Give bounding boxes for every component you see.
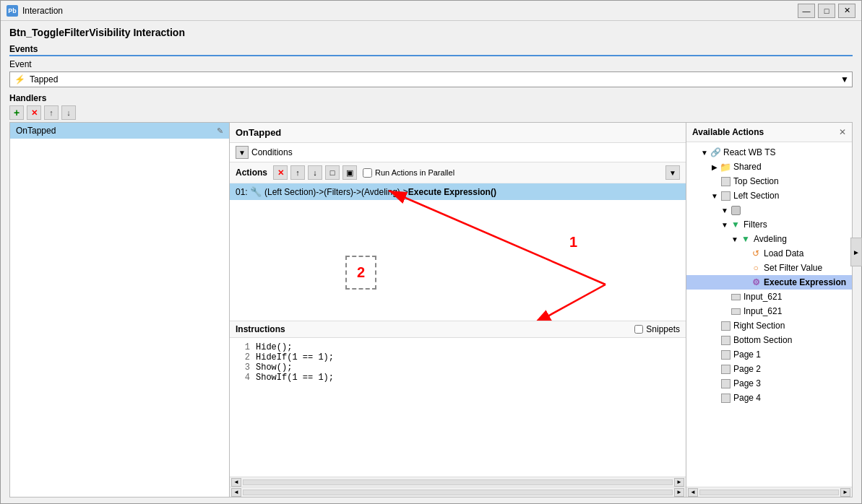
tree-item[interactable]: Input_621: [686, 304, 852, 318]
handlers-label: Handlers: [9, 93, 853, 103]
tree-item[interactable]: Input_621: [686, 290, 852, 304]
paste-action-button[interactable]: ▣: [342, 165, 357, 180]
tree-expand-icon[interactable]: [710, 335, 720, 345]
add-handler-button[interactable]: +: [9, 105, 24, 120]
code-line: 4ShowIf(1 == 1);: [236, 373, 680, 383]
tree-node-icon: 🔗: [710, 147, 721, 158]
close-available-actions-button[interactable]: ✕: [839, 127, 846, 137]
collapse-panel-button[interactable]: ►: [850, 238, 853, 266]
tree-item[interactable]: ▼▼Avdeling: [686, 232, 852, 246]
actions-horizontal-scrollbar: ◄ ►: [230, 487, 686, 497]
tree-item[interactable]: ▼▼Filters: [686, 217, 852, 232]
instructions-horizontal-scrollbar: ◄ ►: [230, 477, 686, 487]
instructions-section: Instructions Snippets 1Hide();2HideIf(1 …: [230, 321, 686, 487]
tree-expand-icon[interactable]: [710, 378, 720, 388]
line-number: 4: [236, 373, 250, 383]
tree-expand-icon[interactable]: [720, 306, 730, 316]
move-up-button[interactable]: ↑: [44, 105, 59, 120]
tree-scroll-right-button[interactable]: ►: [840, 488, 850, 497]
action-item-execute[interactable]: 🔧 (Left Section)->(Filters)->(Avdeling)-…: [230, 183, 686, 200]
tree-item[interactable]: Bottom Section: [686, 333, 852, 347]
actions-scroll-button[interactable]: ▼: [665, 165, 680, 180]
run-parallel-label: Run Actions in Parallel: [375, 168, 454, 177]
line-content: Show();: [256, 362, 292, 373]
tree-node-icon: [720, 363, 731, 375]
tree-expand-icon[interactable]: ▼: [699, 147, 710, 157]
available-actions-label: Available Actions: [692, 127, 764, 137]
actions-list: 🔧 (Left Section)->(Filters)->(Avdeling)-…: [230, 183, 686, 321]
scroll-track-h[interactable]: [243, 479, 673, 485]
tree-item[interactable]: Page 3: [686, 376, 852, 391]
close-button[interactable]: ✕: [838, 4, 855, 18]
tree-expand-icon[interactable]: [740, 248, 750, 258]
actions-toolbar: Actions ✕ ↑ ↓ □ ▣ Run Actions in Paralle…: [230, 162, 686, 183]
tree-expand-icon[interactable]: [710, 176, 720, 186]
tree-item[interactable]: ↺Load Data: [686, 246, 852, 261]
tree-node-label: React WB TS: [723, 147, 775, 157]
tree-item[interactable]: Page 1: [686, 347, 852, 362]
tree-item[interactable]: ▼: [686, 203, 852, 217]
tree-item[interactable]: Page 2: [686, 362, 852, 376]
maximize-button[interactable]: □: [818, 4, 835, 18]
scroll-left-button[interactable]: ◄: [231, 478, 241, 487]
tree-expand-icon[interactable]: [710, 349, 720, 360]
edit-handler-icon[interactable]: ✎: [217, 126, 223, 136]
handlers-toolbar: + ✕ ↑ ↓: [9, 105, 853, 120]
move-down-button[interactable]: ↓: [61, 105, 76, 120]
move-action-down-button[interactable]: ↓: [308, 165, 322, 180]
tree-expand-icon[interactable]: ▶: [710, 162, 720, 172]
tree-item[interactable]: Page 4: [686, 391, 852, 405]
tree-expand-icon[interactable]: ▼: [710, 191, 720, 201]
tree-node-label: Execute Expression: [764, 277, 846, 287]
actions-scroll-left-button[interactable]: ◄: [231, 488, 241, 497]
tree-node-label: Page 3: [733, 378, 761, 388]
tree-expand-icon[interactable]: [710, 364, 720, 374]
tree-expand-icon[interactable]: ▼: [720, 220, 730, 230]
action-number-prefix: 01:: [236, 187, 248, 197]
snippets-label: Snippets: [646, 324, 680, 334]
tree-node-label: Set Filter Value: [764, 263, 822, 273]
tree-expand-icon[interactable]: ▼: [720, 205, 730, 215]
tree-expand-icon[interactable]: [710, 321, 720, 331]
tree-node-icon: [730, 305, 741, 317]
arrow-overlay: 1 2: [230, 183, 686, 321]
tree-node-icon: [720, 349, 731, 360]
move-action-up-button[interactable]: ↑: [290, 165, 305, 180]
delete-action-button[interactable]: ✕: [273, 165, 288, 180]
tree-scroll-left-button[interactable]: ◄: [688, 488, 698, 497]
tree-item[interactable]: ⚙Execute Expression: [686, 275, 852, 290]
minimize-button[interactable]: —: [798, 4, 815, 18]
svg-line-2: [389, 191, 605, 284]
tree-item[interactable]: ▼🔗React WB TS: [686, 145, 852, 160]
tree-item[interactable]: ○Set Filter Value: [686, 261, 852, 275]
tree-node-label: Input_621: [744, 292, 782, 302]
tree-item[interactable]: Right Section: [686, 318, 852, 333]
snippets-area: Snippets: [634, 324, 680, 334]
tree-item[interactable]: Top Section: [686, 174, 852, 188]
tree-expand-icon[interactable]: ▼: [730, 234, 740, 244]
scroll-right-button[interactable]: ►: [674, 478, 684, 487]
tree-node-icon: [720, 392, 731, 404]
tree-expand-icon[interactable]: [710, 393, 720, 403]
delete-handler-button[interactable]: ✕: [27, 105, 41, 120]
tree-node-label: Left Section: [733, 191, 779, 201]
actions-scroll-track[interactable]: [243, 490, 673, 495]
tree-item[interactable]: ▶📁Shared: [686, 160, 852, 174]
tree-expand-icon[interactable]: [740, 263, 750, 273]
tree-expand-icon[interactable]: [720, 292, 730, 302]
tree-node-label: Shared: [733, 162, 762, 172]
copy-action-button[interactable]: □: [325, 165, 340, 180]
tree-expand-icon[interactable]: [740, 277, 750, 287]
handlers-section: Handlers + ✕ ↑ ↓ OnTapped ✎: [9, 93, 853, 498]
tree-scroll-track[interactable]: [699, 490, 839, 495]
conditions-dropdown-button[interactable]: ▼: [236, 146, 249, 159]
tree-item[interactable]: ▼Left Section: [686, 188, 852, 203]
run-parallel-checkbox-area: Run Actions in Parallel: [363, 168, 454, 178]
code-area[interactable]: 1Hide();2HideIf(1 == 1);3Show();4ShowIf(…: [230, 338, 686, 477]
code-line: 1Hide();: [236, 342, 680, 352]
run-parallel-checkbox[interactable]: [363, 168, 372, 178]
actions-scroll-right-button[interactable]: ►: [674, 488, 684, 497]
handler-item-ontapped[interactable]: OnTapped ✎: [10, 123, 229, 139]
event-dropdown[interactable]: ⚡ Tapped ▼: [9, 71, 853, 87]
snippets-checkbox[interactable]: [634, 325, 643, 334]
